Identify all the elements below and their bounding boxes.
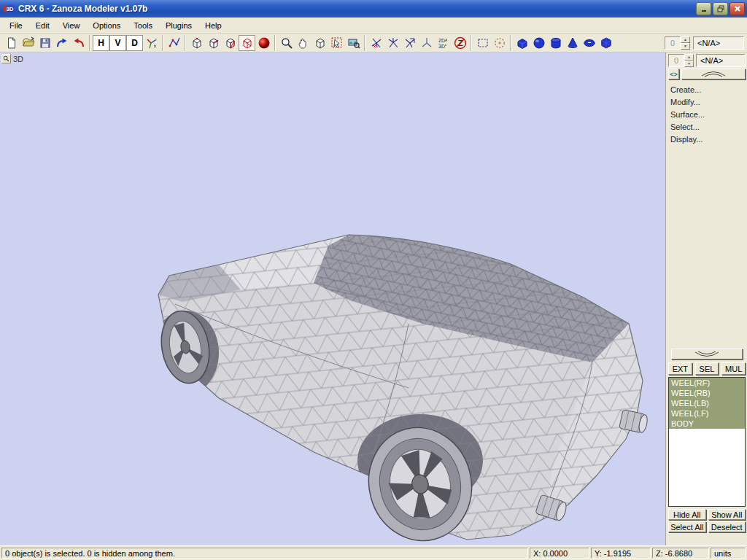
undo-icon[interactable] <box>70 35 87 51</box>
panel-spinner[interactable]: 0 ▲ ▼ <box>668 54 694 67</box>
cube-vertices-mode-icon[interactable] <box>188 35 205 51</box>
toolbar-separator <box>364 35 365 51</box>
star-axis-4-icon[interactable] <box>418 35 435 51</box>
menu-options[interactable]: Options <box>86 19 127 32</box>
cube-object-mode-icon[interactable] <box>239 35 255 51</box>
command-surface[interactable]: Surface... <box>668 109 746 121</box>
toolbar-spinner[interactable]: 0 ▲ ▼ <box>665 36 690 50</box>
menu-view[interactable]: View <box>56 19 87 32</box>
toolbar-separator <box>89 35 90 51</box>
list-item[interactable]: WEEL(LB) <box>669 398 745 408</box>
close-button[interactable] <box>729 2 745 15</box>
primitive-cone-icon[interactable] <box>564 35 581 51</box>
restore-button[interactable] <box>713 2 728 15</box>
axes-tripod-icon[interactable]: z <box>143 35 160 51</box>
command-menu: Create... Modify... Surface... Select...… <box>668 84 746 146</box>
hide-all-button[interactable]: Hide All <box>668 509 706 520</box>
spinner-up-icon[interactable]: ▲ <box>681 36 690 43</box>
filter-buttons: EXT SEL MUL <box>668 362 746 375</box>
visible-toggle-v[interactable]: V <box>109 35 126 51</box>
cube-faces-mode-icon[interactable] <box>222 35 239 51</box>
filter-sel-button[interactable]: SEL <box>695 362 719 375</box>
status-coord-z: Z: -6.8680 <box>652 548 709 559</box>
command-create[interactable]: Create... <box>668 84 746 96</box>
spinner-down-icon[interactable]: ▼ <box>681 43 690 50</box>
menu-edit[interactable]: Edit <box>29 19 56 32</box>
list-item[interactable]: WEEL(RB) <box>669 388 745 398</box>
save-icon[interactable] <box>36 35 53 51</box>
minimize-button[interactable] <box>696 2 711 15</box>
toolbar-spinner-value: 0 <box>665 36 681 50</box>
panel-spinner-value: 0 <box>668 54 684 67</box>
command-display[interactable]: Display... <box>668 133 746 146</box>
pan-hand-icon[interactable] <box>295 35 311 51</box>
hide-toggle-h[interactable]: H <box>93 35 109 51</box>
menu-help[interactable]: Help <box>198 19 228 32</box>
primitive-cylinder-icon[interactable] <box>547 35 564 51</box>
menu-tools[interactable]: Tools <box>127 19 159 32</box>
select-all-button[interactable]: Select All <box>668 521 706 532</box>
filter-ext-button[interactable]: EXT <box>668 362 692 375</box>
command-select[interactable]: Select... <box>668 121 746 133</box>
list-action-buttons: Hide All Show All Select All Deselect <box>668 509 746 532</box>
titlebar[interactable]: 3D CRX 6 - Zanoza Modeler v1.07b <box>0 0 747 18</box>
view-image-icon[interactable] <box>345 35 362 51</box>
list-item[interactable]: BODY <box>669 419 745 429</box>
select-arrow-icon[interactable] <box>328 35 345 51</box>
chevron-up-icon <box>700 71 727 77</box>
star-axis-2-icon[interactable] <box>384 35 401 51</box>
filter-mul-button[interactable]: MUL <box>721 362 746 375</box>
toolbar-separator <box>471 35 472 51</box>
spinner-down-icon[interactable]: ▼ <box>684 61 694 67</box>
star-axis-1-icon[interactable] <box>368 35 384 51</box>
new-file-icon[interactable] <box>3 35 20 51</box>
list-item[interactable]: WEEL(RF) <box>669 378 745 388</box>
expand-list-button[interactable] <box>671 349 743 359</box>
show-all-button[interactable]: Show All <box>708 509 746 520</box>
viewport-3d[interactable]: 3D <box>0 52 666 545</box>
toolbar-separator <box>185 35 186 51</box>
viewport-label-row: 3D <box>1 54 23 63</box>
deselect-button[interactable]: Deselect <box>708 521 746 532</box>
2d-3d-toggle-icon[interactable]: 2D3D <box>435 35 452 51</box>
viewport-zoom-button[interactable] <box>1 54 11 63</box>
open-folder-icon[interactable] <box>20 35 36 51</box>
edit-polyline-icon[interactable] <box>166 35 182 51</box>
no-z-icon[interactable]: Z <box>452 35 468 51</box>
magnifier-icon <box>3 55 9 62</box>
collapse-panel-button[interactable] <box>681 69 746 79</box>
toolbar-mode-selector[interactable]: <N/A> <box>693 36 744 50</box>
primitive-sphere-icon[interactable] <box>530 35 547 51</box>
minimize-icon <box>700 5 708 12</box>
list-item[interactable]: WEEL(LF) <box>669 408 745 419</box>
svg-text:2D: 2D <box>438 38 445 43</box>
primitive-box-icon[interactable] <box>514 35 530 51</box>
star-axis-3-icon[interactable] <box>401 35 418 51</box>
primitive-geosphere-icon[interactable] <box>597 35 614 51</box>
viewport-name: 3D <box>13 55 23 63</box>
status-coord-x: X: 0.0000 <box>530 548 589 559</box>
toolbar-separator <box>274 35 276 51</box>
command-modify[interactable]: Modify... <box>668 96 746 109</box>
select-circle-icon[interactable] <box>491 35 508 51</box>
zoom-tool-icon[interactable] <box>278 35 295 51</box>
select-rectangle-icon[interactable] <box>474 35 491 51</box>
side-panel: 0 ▲ ▼ <N/A> <> Create... Modify... Surfa… <box>666 52 747 545</box>
status-coord-y: Y: -1.9195 <box>591 548 651 559</box>
redo-icon[interactable] <box>53 35 70 51</box>
cube-edges-mode-icon[interactable] <box>205 35 222 51</box>
menu-plugins[interactable]: Plugins <box>159 19 198 32</box>
material-sphere-icon[interactable] <box>255 35 272 51</box>
menubar: File Edit View Options Tools Plugins Hel… <box>0 18 747 34</box>
primitive-torus-icon[interactable] <box>581 35 597 51</box>
swap-panel-button[interactable]: <> <box>668 69 679 79</box>
panel-selector[interactable]: <N/A> <box>696 54 746 67</box>
status-message: 0 object(s) is selected. 0 is hidden amo… <box>1 548 528 559</box>
car-wireframe-model[interactable] <box>0 52 665 545</box>
toolbar: H V D z <box>0 34 747 52</box>
objects-list[interactable]: WEEL(RF) WEEL(RB) WEEL(LB) WEEL(LF) BODY <box>668 377 746 507</box>
display-toggle-d[interactable]: D <box>126 35 143 51</box>
spinner-up-icon[interactable]: ▲ <box>684 54 694 61</box>
menu-file[interactable]: File <box>3 19 29 32</box>
rotate-view-cube-icon[interactable] <box>311 35 328 51</box>
